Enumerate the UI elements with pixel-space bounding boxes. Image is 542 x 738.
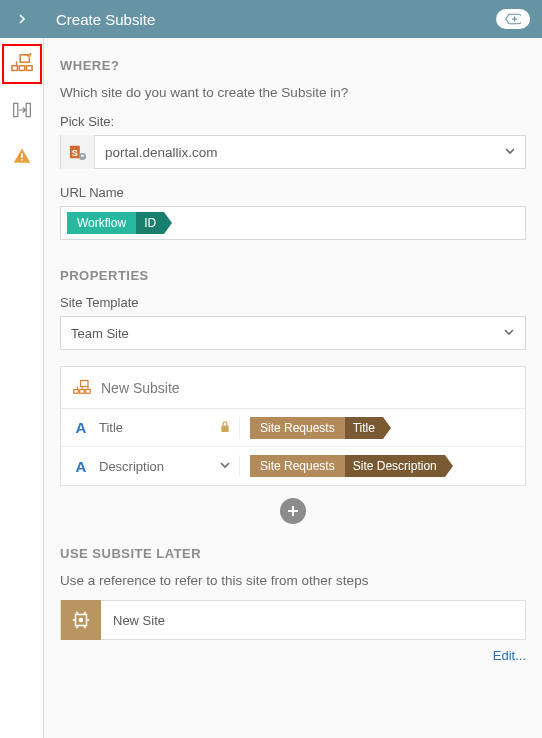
collapse-panel-btn[interactable] [0,0,44,38]
lock-icon [219,420,231,436]
svg-rect-7 [21,154,23,158]
sharepoint-icon: S [61,135,95,169]
chevron-down-icon [495,145,525,159]
properties-box: New Subsite A Title Site Requests Title [60,366,526,486]
description-token[interactable]: Site Requests Site Description [250,455,453,477]
edit-link[interactable]: Edit... [60,648,526,663]
chevron-down-icon[interactable] [219,459,231,473]
site-template-label: Site Template [60,295,526,310]
site-template-value: Team Site [71,326,129,341]
svg-rect-2 [11,66,16,71]
title-token[interactable]: Site Requests Title [250,417,391,439]
text-type-icon: A [73,419,89,436]
url-name-field[interactable]: Workflow ID [60,206,526,240]
svg-rect-14 [81,380,89,386]
panel-header: Create Subsite [44,0,542,38]
add-tag-btn[interactable] [496,9,530,29]
where-section-label: WHERE? [60,58,526,73]
site-template-select[interactable]: Team Site [60,316,526,350]
pick-site-field[interactable]: S portal.denallix.com [60,135,526,169]
reference-icon [61,600,101,640]
property-row-description[interactable]: A Description Site Requests Site Descrip… [61,447,525,485]
use-later-section-label: USE SUBSITE LATER [60,546,526,561]
use-later-help: Use a reference to refer to this site fr… [60,573,526,588]
url-name-label: URL Name [60,185,526,200]
props-head-label: New Subsite [101,380,180,396]
tab-conditions[interactable] [2,90,42,130]
subsite-icon [73,379,91,397]
svg-rect-17 [86,389,91,393]
subsite-icon [11,53,33,75]
svg-rect-3 [19,66,25,71]
pick-site-value: portal.denallix.com [95,145,495,160]
svg-text:S: S [71,148,77,158]
workflow-id-token[interactable]: Workflow ID [67,212,172,234]
tab-settings[interactable] [2,44,42,84]
svg-rect-6 [26,103,30,116]
add-property-button[interactable] [280,498,306,524]
svg-rect-16 [80,389,85,393]
properties-section-label: PROPERTIES [60,268,526,283]
warning-icon [12,146,32,166]
property-row-title[interactable]: A Title Site Requests Title [61,409,525,447]
reference-value: New Site [101,613,177,628]
tab-errors[interactable] [2,136,42,176]
svg-point-24 [79,618,84,623]
chevron-down-icon [503,326,515,341]
pick-site-label: Pick Site: [60,114,526,129]
svg-rect-4 [26,66,32,71]
text-type-icon: A [73,458,89,475]
mapping-icon [12,100,32,120]
where-help: Which site do you want to create the Sub… [60,85,526,100]
panel-title: Create Subsite [56,11,155,28]
svg-rect-5 [13,103,17,116]
svg-rect-8 [21,159,23,161]
svg-rect-15 [74,389,79,393]
reference-field[interactable]: New Site [60,600,526,640]
svg-rect-21 [221,425,228,432]
